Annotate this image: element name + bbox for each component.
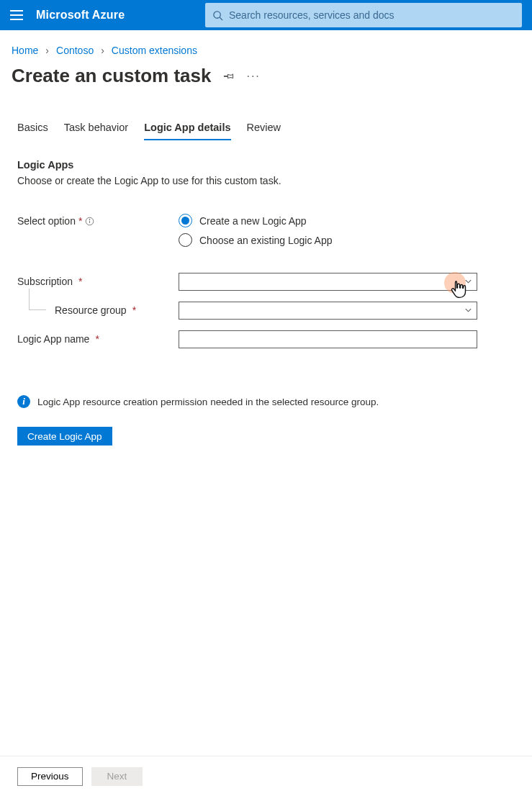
topbar: Microsoft Azure: [0, 0, 532, 30]
breadcrumb-home[interactable]: Home: [12, 45, 38, 56]
search-input[interactable]: [229, 9, 515, 21]
breadcrumb-custom-extensions[interactable]: Custom extensions: [112, 45, 197, 56]
footer: Previous Next: [0, 756, 532, 796]
tabs: Basics Task behavior Logic App details R…: [0, 93, 532, 140]
more-icon[interactable]: ···: [246, 71, 260, 82]
logic-app-name-input[interactable]: [179, 330, 477, 348]
tab-task-behavior[interactable]: Task behavior: [64, 119, 128, 140]
chevron-right-icon: ›: [101, 45, 104, 56]
svg-point-4: [89, 219, 90, 220]
next-button: Next: [91, 767, 143, 786]
chevron-down-icon: [464, 307, 472, 315]
select-option-group: Select option * Create a new Logic App C…: [0, 194, 532, 253]
tab-review[interactable]: Review: [247, 119, 281, 140]
brand-label: Microsoft Azure: [36, 9, 125, 22]
hamburger-icon[interactable]: [10, 10, 23, 20]
select-option-label: Select option *: [17, 214, 179, 227]
radio-label: Choose an existing Logic App: [199, 235, 332, 246]
chevron-down-icon: [464, 278, 472, 286]
radio-icon: [179, 214, 192, 227]
section-heading: Logic Apps: [17, 159, 515, 171]
breadcrumb: Home › Contoso › Custom extensions: [0, 30, 532, 60]
page-title: Create an custom task: [12, 65, 211, 87]
info-text: Logic App resource creation permission n…: [37, 397, 379, 407]
info-icon[interactable]: [85, 217, 94, 226]
info-circle-icon: i: [17, 395, 30, 408]
svg-point-0: [214, 11, 220, 17]
pin-icon[interactable]: [222, 70, 235, 82]
search-box[interactable]: [205, 3, 522, 27]
search-wrap: [204, 3, 522, 27]
search-icon: [212, 10, 223, 21]
section-logic-apps: Logic Apps Choose or create the Logic Ap…: [0, 140, 532, 194]
row-resource-group: Resource group *: [17, 299, 515, 322]
radio-label: Create a new Logic App: [199, 215, 307, 227]
resource-group-label: Resource group *: [17, 304, 179, 316]
tab-basics[interactable]: Basics: [17, 119, 48, 140]
title-row: Create an custom task ···: [0, 60, 532, 93]
section-description: Choose or create the Logic App to use fo…: [17, 175, 515, 186]
row-logic-app-name: Logic App name *: [17, 327, 515, 350]
subscription-label: Subscription *: [17, 276, 179, 287]
tree-connector-icon: [29, 289, 46, 310]
info-banner: i Logic App resource creation permission…: [0, 356, 532, 408]
radio-icon: [179, 233, 192, 247]
svg-line-1: [220, 17, 222, 20]
row-subscription: Subscription *: [17, 270, 515, 293]
radio-choose-existing[interactable]: Choose an existing Logic App: [179, 233, 332, 247]
logic-app-name-label: Logic App name *: [17, 333, 179, 345]
create-logic-app-button[interactable]: Create Logic App: [17, 427, 112, 446]
subscription-dropdown[interactable]: [179, 273, 477, 291]
radio-create-new[interactable]: Create a new Logic App: [179, 214, 332, 227]
resource-group-dropdown[interactable]: [179, 302, 477, 320]
form-fields: Subscription * Resource group *: [0, 253, 532, 350]
previous-button[interactable]: Previous: [17, 767, 83, 786]
chevron-right-icon: ›: [45, 45, 49, 56]
tab-logic-app-details[interactable]: Logic App details: [144, 119, 230, 140]
breadcrumb-contoso[interactable]: Contoso: [56, 45, 94, 56]
